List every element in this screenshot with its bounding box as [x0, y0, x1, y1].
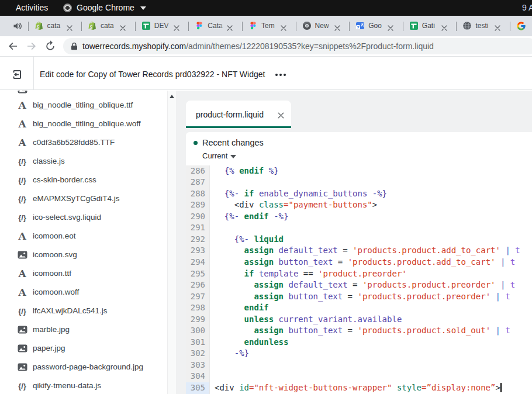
code-line-292[interactable]: 292 {%- liquid [186, 234, 532, 246]
recent-changes-label: Recent changes [202, 138, 264, 147]
system-top-bar: Activities Google Chrome 9 A [0, 0, 532, 16]
file-row[interactable]: marble.jpg [0, 320, 167, 339]
file-name: paper.jpg [33, 339, 65, 358]
code-text: assign default_text = 'products.product.… [210, 279, 515, 291]
file-name: c0df3a6b528fdd85.TTF [33, 133, 115, 152]
file-row[interactable]: paper.jpg [0, 339, 167, 358]
code-line-303[interactable]: 303 [186, 360, 532, 371]
browser-tab-strip: catacataDEVCataTemNewGooGatitesti [0, 16, 532, 36]
code-text: assign button_text = 'products.product.s… [210, 325, 510, 337]
line-number: 293 [186, 245, 210, 257]
code-line-286[interactable]: 286 {% endif %} [186, 165, 532, 177]
file-name: qikify-tmenu-data.js [33, 376, 101, 394]
tab-close-icon[interactable] [174, 23, 181, 30]
browser-tab-DEV[interactable]: DEV [135, 16, 189, 36]
browser-tab-New[interactable]: New [296, 16, 350, 36]
file-row[interactable]: Ac0df3a6b528fdd85.TTF [0, 133, 167, 152]
file-row[interactable]: password-page-background.jpg [0, 358, 167, 376]
code-text: endif [210, 302, 269, 314]
tab-close-icon[interactable] [67, 23, 74, 30]
file-name: icomoon.svg [33, 246, 77, 264]
tab-close-icon[interactable] [441, 23, 448, 30]
tab-close-icon[interactable] [227, 23, 234, 30]
file-row[interactable]: {/}eMAPMXSyTCgGdiT4.js [0, 189, 167, 208]
file-row[interactable]: Aicomoon.ttf [0, 264, 167, 283]
tab-close-icon[interactable] [388, 23, 395, 30]
url-text[interactable]: towerrecords.myshopify.com/admin/themes/… [82, 38, 434, 54]
file-row[interactable]: Abig_noodle_titling_oblique.ttf [0, 96, 167, 115]
code-area[interactable]: 286 {% endif %}287288 {%- if enable_dyna… [186, 165, 532, 394]
speaker-icon[interactable] [13, 22, 22, 30]
forward-button[interactable] [26, 40, 37, 52]
tab-close-icon[interactable] [334, 23, 341, 30]
code-line-299[interactable]: 299 unless current_variant.available [186, 314, 532, 326]
code-line-293[interactable]: 293 assign default_text = 'products.prod… [186, 245, 532, 257]
code-line-290[interactable]: 290 {%- endif -%} [186, 211, 532, 223]
code-line-289[interactable]: 289 <div class="payment-buttons"> [186, 199, 532, 211]
code-line-305[interactable]: 305<div id="nft-widget-buttons-wrapper" … [186, 382, 532, 394]
file-name: cs-skin-border.css [33, 171, 96, 189]
browser-tab-Tem[interactable]: Tem [242, 16, 296, 36]
browser-tab-cata[interactable]: cata [81, 16, 135, 36]
back-button[interactable] [7, 40, 19, 52]
code-line-304[interactable]: 304 [186, 371, 532, 382]
sidebar-scrollbar[interactable] [167, 91, 176, 394]
version-dropdown[interactable]: Current [202, 151, 227, 160]
code-line-295[interactable]: 295 if template == 'product.preorder' [186, 268, 532, 280]
font-file-icon: A [17, 133, 27, 152]
code-line-287[interactable]: 287 [186, 177, 532, 188]
code-text: unless current_variant.available [210, 314, 402, 326]
system-clock[interactable]: 9 A [522, 0, 532, 16]
tab-close-icon[interactable] [281, 23, 288, 30]
code-line-294[interactable]: 294 assign button_text = 'products.produ… [186, 257, 532, 268]
editor-tab-label: product-form.liquid [196, 101, 264, 128]
font-file-icon: A [17, 227, 27, 246]
line-number: 296 [186, 279, 210, 291]
browser-tab-partial[interactable] [510, 16, 532, 36]
file-row[interactable]: {/}lfcAXLwjkDALc541.js [0, 302, 167, 320]
code-line-300[interactable]: 300 assign button_text = 'products.produ… [186, 325, 532, 337]
file-row[interactable]: {/}classie.js [0, 152, 167, 171]
active-app-menu[interactable]: Google Chrome [63, 0, 146, 16]
editor-file-tab[interactable]: product-form.liquid [186, 101, 291, 128]
more-actions-button[interactable] [274, 68, 289, 80]
browser-tab-Goo[interactable]: Goo [349, 16, 403, 36]
file-name: lfcAXLwjkDALc541.js [33, 302, 108, 320]
code-line-297[interactable]: 297 assign button_text = 'products.produ… [186, 291, 532, 303]
code-text [210, 360, 215, 371]
code-line-302[interactable]: 302 -%} [186, 348, 532, 360]
activities-button[interactable]: Activities [16, 0, 48, 16]
browser-tab-testi[interactable]: testi [456, 16, 510, 36]
scroll-up-arrow-icon[interactable] [170, 95, 174, 98]
code-line-298[interactable]: 298 endif [186, 302, 532, 314]
file-row[interactable]: Aicomoon.woff [0, 283, 167, 302]
tab-close-icon[interactable] [120, 23, 127, 30]
code-line-301[interactable]: 301 endunless [186, 337, 532, 348]
file-row[interactable]: Aicomoon.eot [0, 227, 167, 246]
file-row[interactable]: {/}qikify-tmenu-data.js [0, 376, 167, 394]
browser-tab-Gati[interactable]: Gati [403, 16, 457, 36]
line-number: 302 [186, 348, 210, 360]
code-editor-panel: Recent changes Current 286 {% endif %}28… [186, 132, 532, 394]
version-dropdown-caret-icon[interactable] [230, 155, 236, 158]
file-row[interactable]: {/}ico-select.svg.liquid [0, 208, 167, 227]
code-line-296[interactable]: 296 assign default_text = 'products.prod… [186, 279, 532, 291]
code-line-291[interactable]: 291 [186, 222, 532, 234]
browser-tab-cata[interactable]: cata [28, 16, 82, 36]
reload-button[interactable] [44, 40, 56, 52]
file-row[interactable]: icomoon.svg [0, 246, 167, 264]
file-row[interactable]: {/}cs-skin-border.css [0, 171, 167, 189]
exit-code-editor-icon[interactable] [11, 69, 22, 80]
file-name: icomoon.ttf [33, 264, 71, 283]
browser-tab-Cata[interactable]: Cata [188, 16, 242, 36]
image-file-icon [17, 358, 27, 376]
lock-icon[interactable] [71, 42, 78, 50]
editor-tab-close-icon[interactable] [278, 110, 285, 117]
code-line-288[interactable]: 288 {%- if enable_dynamic_buttons -%} [186, 188, 532, 200]
code-text: assign default_text = 'products.product.… [210, 245, 520, 257]
line-number: 304 [186, 371, 210, 382]
address-bar[interactable]: towerrecords.myshopify.com/admin/themes/… [63, 38, 532, 54]
unsaved-changes-dot [194, 141, 198, 145]
tab-close-icon[interactable] [495, 23, 502, 30]
file-row[interactable]: Abig_noodle_titling_oblique.woff [0, 115, 167, 133]
